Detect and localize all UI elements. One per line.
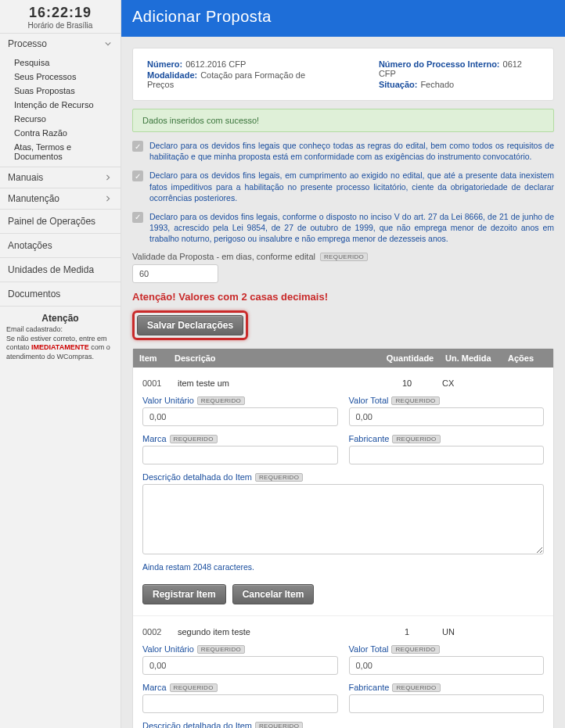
main-content: Adicionar Proposta Número:0612.2016 CFP … [121,0,565,728]
col-un: Un. Medida [445,353,508,363]
marca-label: Marca [142,434,167,443]
descricao-detalhada-label: Descrição detalhada do Item [142,472,252,482]
menu-processo: Processo Pesquisa Seus Processos Suas Pr… [0,34,121,167]
descricao-detalhada-textarea[interactable] [142,484,544,554]
marca-input[interactable] [142,446,338,464]
valor-unitario-label: Valor Unitário [142,644,194,654]
items-table-header: Item Descrição Quantidade Un. Medida Açõ… [133,349,553,368]
valor-total-input[interactable] [349,656,545,675]
required-badge: REQUERIDO [320,253,368,261]
valor-total-label: Valor Total [349,644,389,654]
process-info-card: Número:0612.2016 CFP Modalidade:Cotação … [132,48,554,101]
clock: 16:22:19 Horário de Brasília [0,0,121,34]
item-un: UN [442,627,505,637]
item-desc: segundo item teste [178,627,372,637]
marca-label: Marca [142,683,167,692]
declaration-checkbox-1[interactable]: ✓ [132,141,143,152]
menu-manutencao[interactable]: Manutenção [0,188,121,209]
menu-anotacoes[interactable]: Anotações [0,234,121,258]
modalidade-label: Modalidade: [147,70,197,80]
col-qty: Quantidade [375,353,445,363]
descricao-detalhada-label: Descrição detalhada do Item [142,721,252,728]
fabricante-input[interactable] [349,694,545,713]
situacao-label: Situação: [379,80,418,89]
declarations: ✓ Declaro para os devidos fins legais qu… [132,140,554,244]
marca-input[interactable] [142,694,338,713]
col-ac: Ações [508,353,547,363]
declaration-text-2: Declaro para os devidos fins legais, em … [149,170,554,203]
processo-interno-label: Número do Processo Interno: [379,59,500,69]
items-panel: Item Descrição Quantidade Un. Medida Açõ… [132,348,554,728]
valor-total-input[interactable] [349,407,545,426]
item-un: CX [442,378,505,388]
validity-input[interactable] [132,264,218,283]
chevron-right-icon [103,173,113,182]
numero-label: Número: [147,59,182,69]
fabricante-input[interactable] [349,446,545,464]
valor-total-label: Valor Total [349,396,389,405]
clock-label: Horário de Brasília [0,21,121,30]
sidebar-item-seus-processos[interactable]: Seus Processos [0,70,121,84]
save-declarations-button[interactable]: Salvar Declarações [137,315,243,335]
chevron-down-icon [103,39,113,48]
attention-title: Atenção [6,313,114,324]
menu-unidades-medida[interactable]: Unidades de Medida [0,258,121,282]
item-number: 0002 [142,627,178,637]
item-qty: 1 [372,627,442,637]
declaration-checkbox-2[interactable]: ✓ [132,170,143,181]
valor-unitario-input[interactable] [142,656,338,675]
chars-remaining: Ainda restam 2048 caracteres. [142,562,544,572]
attention-note-highlight: IMEDIATAMENTE [31,343,89,351]
item-number: 0001 [142,378,178,388]
menu-painel-operacoes[interactable]: Painel de Operações [0,210,121,234]
menu-manuais[interactable]: Manuais [0,167,121,188]
sidebar-item-atas-termos[interactable]: Atas, Termos e Documentos [0,140,121,163]
item-qty: 10 [372,378,442,388]
col-desc: Descrição [175,353,375,363]
fabricante-label: Fabricante [349,434,390,443]
declaration-text-3: Declaro para os devidos fins legais, con… [149,211,554,245]
menu-processo-header[interactable]: Processo [0,34,121,54]
item-block: 0002 segundo item teste 1 UN Valor Unitá… [133,616,553,728]
col-item: Item [139,353,175,363]
decimal-warning: Atenção! Valores com 2 casas decimais! [132,291,554,303]
sidebar-item-contra-razao[interactable]: Contra Razão [0,126,121,140]
sidebar-item-recurso[interactable]: Recurso [0,112,121,126]
valor-unitario-label: Valor Unitário [142,396,194,405]
declaration-text-1: Declaro para os devidos fins legais que … [149,140,554,162]
sidebar-item-intencao-recurso[interactable]: Intenção de Recurso [0,98,121,112]
registrar-item-button[interactable]: Registrar Item [142,584,226,604]
fabricante-label: Fabricante [349,683,390,692]
success-banner: Dados inseridos com sucesso! [132,109,554,132]
cancelar-item-button[interactable]: Cancelar Item [232,584,315,604]
item-desc: item teste um [178,378,372,388]
item-block: 0001 item teste um 10 CX Valor UnitárioR… [133,368,553,616]
sidebar-item-suas-propostas[interactable]: Suas Propostas [0,84,121,98]
menu-documentos[interactable]: Documentos [0,282,121,307]
situacao-value: Fechado [420,80,454,89]
declaration-checkbox-3[interactable]: ✓ [132,212,143,223]
attention-box: Atenção Email cadastrado: Se não estiver… [0,307,121,368]
sidebar-item-pesquisa[interactable]: Pesquisa [0,56,121,70]
page-title: Adicionar Proposta [121,0,565,37]
sidebar: 16:22:19 Horário de Brasília Processo Pe… [0,0,121,728]
numero-value: 0612.2016 CFP [185,59,246,69]
attention-email-label: Email cadastrado: [6,325,63,333]
validity-label: Validade da Proposta - em dias, conforme… [132,252,315,261]
save-button-highlight: Salvar Declarações [132,310,248,340]
chevron-right-icon [103,194,113,203]
clock-time: 16:22:19 [0,5,121,21]
valor-unitario-input[interactable] [142,407,338,426]
